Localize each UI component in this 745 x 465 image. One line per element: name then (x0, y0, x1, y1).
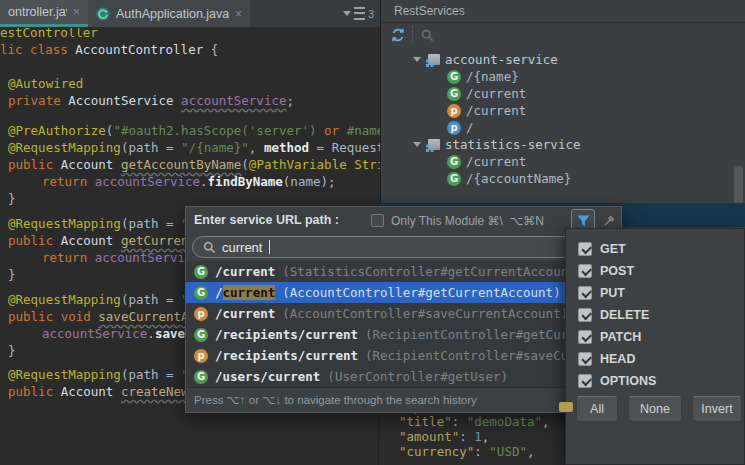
post-method-icon: p (447, 104, 461, 118)
result-reference: (StatisticsController#getCurrentAccountS… (282, 264, 598, 279)
panel-title-bar: RestServices (381, 0, 745, 23)
result-row[interactable]: G/current(StatisticsController#getCurren… (186, 261, 621, 282)
get-method-icon: G (447, 70, 461, 84)
method-filter-options[interactable]: OPTIONS (578, 371, 656, 391)
code-line: @RequestMapping(path = " (8, 215, 189, 232)
result-row[interactable]: G/users/current(UserController#getUser) (186, 366, 621, 387)
code-line: "currency": "USD", (399, 443, 535, 460)
get-method-icon: G (194, 265, 208, 279)
code-line: @PreAuthorize("#oauth2.hasScope('server'… (8, 122, 380, 139)
hidden-tabs-count: 3 (368, 8, 374, 20)
chevron-down-icon[interactable] (413, 142, 421, 147)
result-row[interactable]: p/recipients/current(RecipientController… (186, 345, 621, 366)
method-label: HEAD (600, 352, 635, 366)
code-line: } (8, 190, 16, 207)
get-method-icon: G (447, 155, 461, 169)
search-input[interactable]: current (192, 236, 616, 258)
only-this-module-checkbox[interactable] (371, 214, 384, 227)
none-button[interactable]: None (628, 396, 682, 422)
panel-title: RestServices (394, 4, 465, 18)
tree-label: /current (466, 154, 526, 169)
pin-icon[interactable] (601, 212, 617, 228)
chevron-down-icon[interactable] (413, 57, 421, 62)
search-settings-icon[interactable] (420, 28, 435, 43)
tab-authapplication[interactable]: AuthApplication.java × (88, 0, 250, 27)
tree-row[interactable]: p/current (447, 102, 526, 119)
tree-row[interactable]: p/ (447, 119, 474, 136)
code-line: public Account getCurren (8, 232, 189, 249)
only-this-module-label: Only This Module ⌘\ ⌥⌘N (391, 214, 544, 228)
result-reference: (RecipientController#getCurrent (365, 327, 598, 342)
checkbox-checked-icon[interactable] (578, 352, 592, 366)
result-path: /current (215, 285, 275, 300)
editor-caret-marker (559, 402, 573, 412)
code-line: public Account createNew (8, 383, 189, 400)
method-filter-get[interactable]: GET (578, 239, 626, 259)
refresh-icon[interactable] (390, 27, 406, 43)
code-line: return accountServic (42, 249, 193, 266)
post-method-icon: p (194, 349, 208, 363)
result-row[interactable]: p/current(AccountController#saveCurrentA… (186, 303, 621, 324)
get-method-icon: G (447, 87, 461, 101)
method-filter-post[interactable]: POST (578, 261, 634, 281)
method-label: GET (600, 242, 626, 256)
popup-footer: Press ⌥↑ or ⌥↓ to navigate through the s… (186, 387, 621, 412)
tree-label: /current (466, 86, 526, 101)
method-label: POST (600, 264, 634, 278)
method-filter-head[interactable]: HEAD (578, 349, 635, 369)
code-line: @RequestMapping(path = "/{name}", method… (8, 139, 380, 156)
code-line: lic class AccountController { (0, 41, 218, 58)
checkbox-checked-icon[interactable] (578, 330, 592, 344)
code-line: @Autowired (8, 75, 83, 92)
funnel-icon (577, 215, 590, 227)
method-filter-put[interactable]: PUT (578, 283, 625, 303)
tab-accountcontroller[interactable]: ontroller.java × (0, 0, 88, 27)
checkbox-checked-icon[interactable] (578, 242, 592, 256)
invert-button[interactable]: Invert (692, 396, 742, 422)
module-icon (428, 139, 440, 150)
checkbox-checked-icon[interactable] (578, 374, 592, 388)
all-button[interactable]: All (576, 396, 618, 422)
result-path: /users/current (215, 369, 320, 384)
method-label: PUT (600, 286, 625, 300)
method-filter-patch[interactable]: PATCH (578, 327, 641, 347)
tree-row[interactable]: account-service (413, 51, 558, 68)
method-filter-delete[interactable]: DELETE (578, 305, 649, 325)
tree-label: statistics-service (445, 137, 580, 152)
checkbox-checked-icon[interactable] (578, 286, 592, 300)
tree-row[interactable]: G/{name} (447, 68, 519, 85)
get-method-icon: G (194, 370, 208, 384)
tree-row[interactable]: G/current (447, 153, 526, 170)
tree-row[interactable]: statistics-service (413, 136, 580, 153)
result-row[interactable]: G/current(AccountController#getCurrentAc… (186, 282, 621, 303)
result-path: /current (215, 306, 275, 321)
tree-row[interactable]: G/current (447, 85, 526, 102)
method-label: PATCH (600, 330, 641, 344)
search-results-list: G/current(StatisticsController#getCurren… (186, 261, 621, 387)
rest-services-tree[interactable]: account-serviceG/{name}G/currentp/curren… (381, 48, 745, 208)
text-caret (269, 240, 270, 254)
code-line: public void saveCurrentA (8, 308, 189, 325)
get-method-icon: G (194, 328, 208, 342)
get-method-icon: G (194, 286, 208, 300)
result-path: /current (215, 264, 275, 279)
result-row[interactable]: G/recipients/current(RecipientController… (186, 324, 621, 345)
result-reference: (UserController#getUser) (327, 369, 508, 384)
search-value: current (222, 240, 262, 255)
checkbox-checked-icon[interactable] (578, 264, 592, 278)
popup-title: Enter service URL path : (194, 213, 339, 227)
result-path: /recipients/current (215, 348, 358, 363)
chevron-down-icon (343, 11, 351, 16)
code-line: } (8, 342, 16, 359)
spring-boot-icon (96, 7, 110, 21)
checkbox-checked-icon[interactable] (578, 308, 592, 322)
close-icon[interactable]: × (73, 6, 80, 18)
code-line: } (8, 266, 16, 283)
editor-scrollbar-thumb[interactable] (734, 166, 743, 206)
module-icon (428, 54, 440, 65)
close-icon[interactable]: × (235, 8, 242, 20)
service-url-popup: Enter service URL path : Only This Modul… (185, 206, 622, 413)
tree-row[interactable]: G/{accountName} (447, 170, 571, 187)
code-line: return accountService.findByName(name); (42, 173, 336, 190)
hidden-tabs-button[interactable]: 3 (343, 7, 374, 20)
